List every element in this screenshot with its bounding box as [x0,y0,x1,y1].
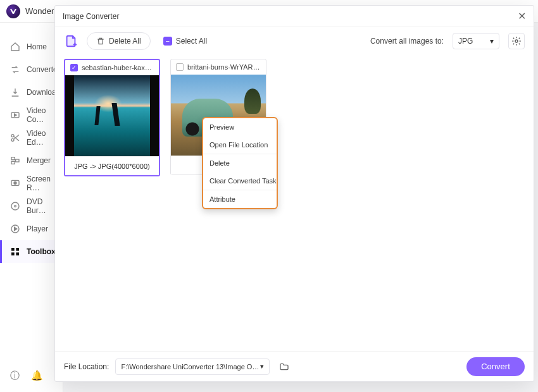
svg-point-7 [14,181,16,184]
disc-icon [10,201,20,211]
convert-button[interactable]: Convert [466,357,525,376]
sidebar-item-screen-recorder[interactable]: Screen R… [0,172,63,195]
card-checkbox[interactable] [176,63,184,71]
app-logo [6,4,20,18]
svg-rect-13 [11,252,15,255]
sidebar-item-home[interactable]: Home [0,35,63,58]
context-menu: Preview Open File Location Delete Clear … [202,117,278,209]
dialog-title: Image Converter [63,12,119,21]
svg-rect-4 [11,161,15,164]
menu-item-open-location[interactable]: Open File Location [203,136,277,154]
home-icon [10,42,20,52]
merge-icon [10,156,20,166]
card-filename: sebastian-huber-kax6gD… [82,64,154,71]
svg-rect-14 [16,252,19,255]
chevron-down-icon: ▾ [260,362,264,371]
menu-item-clear-converted[interactable]: Clear Converted Task [203,172,277,190]
sidebar-item-toolbox[interactable]: Toolbox [0,240,63,263]
select-all-checkbox [163,37,172,46]
download-icon [10,87,20,97]
play-icon [10,224,20,234]
image-card[interactable]: sebastian-huber-kax6gD… JPG -> JPG(4000*… [64,59,160,176]
trash-icon [96,37,105,46]
dialog-footer: File Location: F:\Wondershare UniConvert… [55,351,534,381]
svg-rect-5 [16,159,19,162]
sidebar-item-converter[interactable]: Converter [0,58,63,81]
file-location-label: File Location: [64,362,109,371]
menu-item-attribute[interactable]: Attribute [203,190,277,208]
sidebar-item-label: Player [27,224,48,233]
app-name: Wonder [25,6,54,16]
help-icon[interactable]: ⓘ [10,370,20,382]
sidebar-item-video-compressor[interactable]: Video Co… [0,104,63,126]
close-dialog-button[interactable]: ✕ [518,10,526,22]
sidebar-item-dvd-burner[interactable]: DVD Bur… [0,195,63,217]
open-folder-button[interactable] [276,358,292,375]
sidebar-item-player[interactable]: Player [0,217,63,240]
delete-all-label: Delete All [109,37,141,46]
add-file-button[interactable] [64,34,78,48]
bell-icon[interactable]: 🔔 [31,370,43,382]
image-converter-dialog: Image Converter ✕ Delete All Select All … [54,5,534,382]
file-location-value: F:\Wondershare UniConverter 13\Image Out… [121,363,260,371]
sidebar-item-label: Home [27,42,47,51]
card-caption: JPG -> JPG(4000*6000) [65,156,159,175]
sidebar-item-video-editor[interactable]: Video Ed… [0,126,63,149]
sidebar-item-label: Merger [27,156,51,165]
output-settings-button[interactable] [508,33,525,49]
chevron-down-icon: ▾ [490,37,494,46]
sidebar-footer: ⓘ 🔔 ⚙ [0,362,63,392]
convert-to-label: Convert all images to: [370,37,444,46]
dialog-toolbar: Delete All Select All Convert all images… [55,27,534,55]
card-checkbox[interactable] [70,64,78,71]
menu-item-delete[interactable]: Delete [203,154,277,172]
scissors-icon [10,133,20,143]
select-all-label: Select All [176,37,207,46]
svg-point-1 [11,135,14,137]
sidebar-item-label: Toolbox [27,247,56,256]
svg-point-15 [515,40,518,42]
sidebar-item-downloader[interactable]: Downloa… [0,81,63,104]
menu-item-preview[interactable]: Preview [203,118,277,136]
card-filename: brittani-burns-WrYAR-yD… [187,63,261,71]
svg-point-2 [11,138,14,141]
convert-button-label: Convert [481,362,510,371]
svg-point-8 [11,202,19,210]
output-format-select[interactable]: JPG ▾ [453,33,499,49]
output-format-value: JPG [458,37,473,46]
grid-icon [10,247,20,257]
svg-rect-12 [16,248,19,251]
delete-all-button[interactable]: Delete All [87,32,151,50]
sidebar-item-merger[interactable]: Merger [0,149,63,172]
dialog-body: sebastian-huber-kax6gD… JPG -> JPG(4000*… [55,55,534,351]
svg-rect-3 [11,157,15,160]
record-icon [10,178,20,188]
card-thumbnail[interactable] [65,75,159,156]
dialog-header: Image Converter ✕ [55,6,534,27]
svg-rect-11 [11,248,15,251]
file-location-select[interactable]: F:\Wondershare UniConverter 13\Image Out… [115,358,270,375]
converter-icon [10,64,20,75]
svg-point-9 [15,205,16,207]
compress-icon [10,110,20,120]
sidebar: Home Converter Downloa… Video Co… Video … [0,23,63,392]
select-all-toggle[interactable]: Select All [163,37,207,46]
